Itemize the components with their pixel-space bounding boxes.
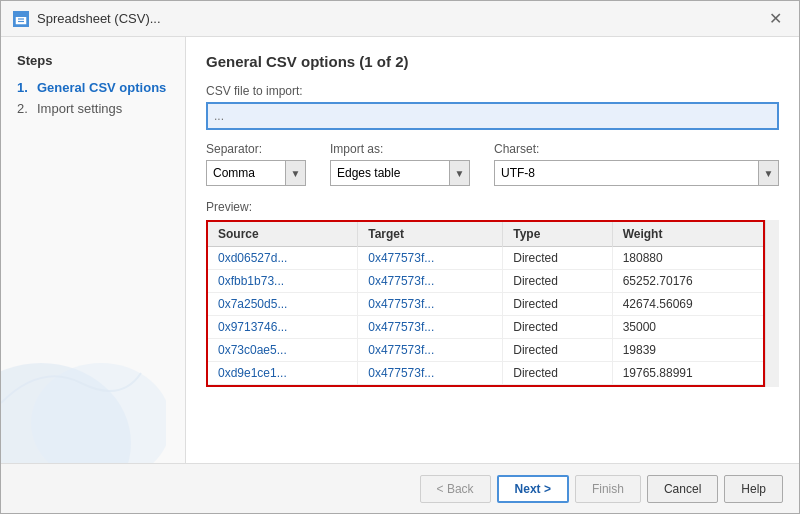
cell-type: Directed: [503, 247, 612, 270]
dialog-body: Steps 1. General CSV options 2. Import s…: [1, 37, 799, 463]
preview-label: Preview:: [206, 200, 779, 214]
csv-file-label: CSV file to import:: [206, 84, 779, 98]
cell-weight: 19765.88991: [612, 362, 763, 385]
title-bar: Spreadsheet (CSV)... ✕: [1, 1, 799, 37]
step-1: 1. General CSV options: [17, 80, 169, 95]
col-header-type: Type: [503, 222, 612, 247]
cell-source: 0x7a250d5...: [208, 293, 358, 316]
separator-label: Separator:: [206, 142, 306, 156]
preview-table: Source Target Type Weight 0xd06527d...0x…: [208, 222, 763, 385]
steps-heading: Steps: [17, 53, 169, 68]
col-header-source: Source: [208, 222, 358, 247]
col-header-target: Target: [358, 222, 503, 247]
separator-select-wrapper[interactable]: Comma ▼: [206, 160, 306, 186]
cell-source: 0xd06527d...: [208, 247, 358, 270]
table-row: 0xd06527d...0x477573f...Directed180880: [208, 247, 763, 270]
charset-group: Charset: UTF-8 ▼: [494, 142, 779, 186]
cell-target: 0x477573f...: [358, 293, 503, 316]
table-row: 0x7a250d5...0x477573f...Directed42674.56…: [208, 293, 763, 316]
cell-target: 0x477573f...: [358, 270, 503, 293]
section-title: General CSV options (1 of 2): [206, 53, 779, 70]
cell-source: 0xd9e1ce1...: [208, 362, 358, 385]
cancel-button[interactable]: Cancel: [647, 475, 718, 503]
back-button[interactable]: < Back: [420, 475, 491, 503]
charset-select-wrapper[interactable]: UTF-8 ▼: [494, 160, 779, 186]
table-row: 0xd9e1ce1...0x477573f...Directed19765.88…: [208, 362, 763, 385]
dialog-footer: < Back Next > Finish Cancel Help: [1, 463, 799, 513]
cell-target: 0x477573f...: [358, 362, 503, 385]
charset-select[interactable]: UTF-8: [495, 164, 758, 182]
cell-type: Directed: [503, 316, 612, 339]
scrollbar[interactable]: [765, 220, 779, 387]
close-button[interactable]: ✕: [763, 7, 787, 31]
cell-target: 0x477573f...: [358, 339, 503, 362]
app-icon: [13, 11, 29, 27]
import-as-arrow-icon: ▼: [449, 161, 469, 185]
cell-weight: 42674.56069: [612, 293, 763, 316]
preview-table-container: Source Target Type Weight 0xd06527d...0x…: [206, 220, 765, 387]
table-row: 0x9713746...0x477573f...Directed35000: [208, 316, 763, 339]
steps-list: 1. General CSV options 2. Import setting…: [17, 80, 169, 116]
controls-row: Separator: Comma ▼ Import as: Edges tabl…: [206, 142, 779, 186]
cell-weight: 19839: [612, 339, 763, 362]
cell-target: 0x477573f...: [358, 316, 503, 339]
help-button[interactable]: Help: [724, 475, 783, 503]
step-2: 2. Import settings: [17, 101, 169, 116]
cell-type: Directed: [503, 339, 612, 362]
table-row: 0x73c0ae5...0x477573f...Directed19839: [208, 339, 763, 362]
table-header-row: Source Target Type Weight: [208, 222, 763, 247]
cell-weight: 180880: [612, 247, 763, 270]
dialog: Spreadsheet (CSV)... ✕ Steps 1. General …: [0, 0, 800, 514]
dialog-title: Spreadsheet (CSV)...: [37, 11, 161, 26]
cell-type: Directed: [503, 362, 612, 385]
col-header-weight: Weight: [612, 222, 763, 247]
table-row: 0xfbb1b73...0x477573f...Directed65252.70…: [208, 270, 763, 293]
charset-arrow-icon: ▼: [758, 161, 778, 185]
finish-button[interactable]: Finish: [575, 475, 641, 503]
cell-target: 0x477573f...: [358, 247, 503, 270]
cell-source: 0x9713746...: [208, 316, 358, 339]
cell-type: Directed: [503, 293, 612, 316]
charset-label: Charset:: [494, 142, 779, 156]
separator-select[interactable]: Comma: [207, 164, 285, 182]
cell-source: 0xfbb1b73...: [208, 270, 358, 293]
import-as-label: Import as:: [330, 142, 470, 156]
csv-file-group: CSV file to import:: [206, 84, 779, 130]
cell-weight: 65252.70176: [612, 270, 763, 293]
next-button[interactable]: Next >: [497, 475, 569, 503]
cell-type: Directed: [503, 270, 612, 293]
import-as-group: Import as: Edges table ▼: [330, 142, 470, 186]
main-content: General CSV options (1 of 2) CSV file to…: [186, 37, 799, 463]
csv-file-input[interactable]: [206, 102, 779, 130]
separator-group: Separator: Comma ▼: [206, 142, 306, 186]
cell-source: 0x73c0ae5...: [208, 339, 358, 362]
import-as-select[interactable]: Edges table: [331, 164, 449, 182]
separator-arrow-icon: ▼: [285, 161, 305, 185]
title-bar-left: Spreadsheet (CSV)...: [13, 11, 161, 27]
import-as-select-wrapper[interactable]: Edges table ▼: [330, 160, 470, 186]
sidebar: Steps 1. General CSV options 2. Import s…: [1, 37, 186, 463]
cell-weight: 35000: [612, 316, 763, 339]
svg-rect-1: [15, 13, 27, 17]
